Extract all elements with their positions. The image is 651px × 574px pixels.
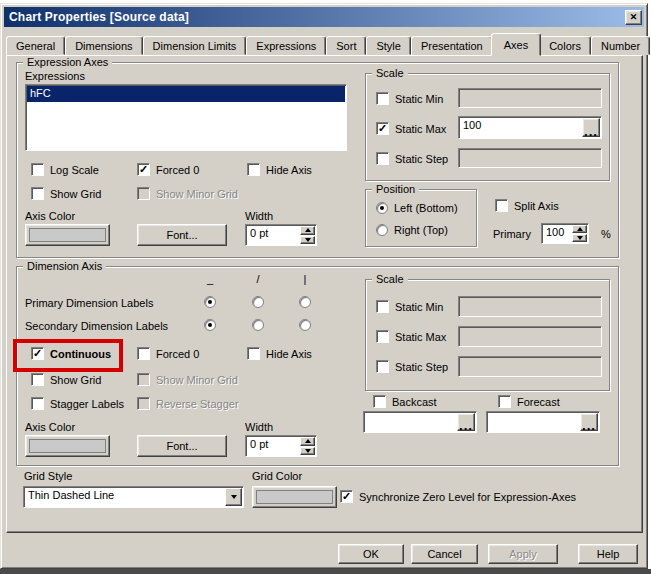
tab-sort[interactable]: Sort [326, 36, 366, 55]
continuous-label: Continuous [50, 348, 111, 360]
expression-hide-axis-checkbox[interactable]: Hide Axis [247, 163, 312, 176]
expression-static-max-input[interactable]: 100 ... [458, 116, 602, 139]
split-axis-label: Split Axis [514, 200, 559, 212]
dimension-font-button[interactable]: Font... [137, 435, 227, 457]
tab-number[interactable]: Number [591, 36, 650, 55]
spin-up-button[interactable] [300, 437, 315, 446]
tab-strip: General Dimensions Dimension Limits Expr… [6, 32, 643, 55]
expression-hide-axis-label: Hide Axis [266, 164, 312, 176]
dimension-static-max-checkbox[interactable]: Static Max [376, 330, 446, 343]
titlebar[interactable]: Chart Properties [Source data] ✕ [4, 7, 644, 27]
spin-down-button[interactable] [300, 447, 315, 456]
position-left-bottom-radio[interactable]: Left (Bottom) [376, 202, 458, 214]
radio-circle [299, 319, 311, 331]
tab-dimensions[interactable]: Dimensions [65, 36, 142, 55]
forecast-checkbox[interactable]: Forecast [498, 395, 560, 408]
tab-general[interactable]: General [6, 36, 65, 55]
secondary-dimension-labels-label: Secondary Dimension Labels [25, 320, 168, 332]
dimension-static-min-checkbox[interactable]: Static Min [376, 300, 443, 313]
dimension-width-spin-buttons [300, 437, 315, 455]
expression-forced-0-checkbox[interactable]: ✓ Forced 0 [137, 163, 199, 176]
expression-static-max-label: Static Max [395, 123, 446, 135]
backcast-checkbox-box [373, 395, 386, 408]
log-scale-checkbox[interactable]: Log Scale [31, 163, 99, 176]
grid-style-dropdown[interactable]: Thin Dashed Line [23, 486, 244, 508]
spin-down-icon [305, 449, 311, 453]
dimension-show-minor-grid-label: Show Minor Grid [156, 374, 238, 386]
expression-static-step-label: Static Step [395, 153, 448, 165]
expression-axis-color-button[interactable] [25, 224, 110, 246]
expression-static-step-input [458, 148, 602, 168]
dimension-show-grid-checkbox[interactable]: Show Grid [31, 373, 101, 386]
dimension-axis-group: Dimension Axis _ / | Primary Dimension L… [16, 266, 619, 466]
secondary-labels-vertical-radio[interactable] [299, 319, 311, 331]
spin-up-button[interactable] [300, 226, 315, 235]
backcast-input[interactable]: ... [363, 411, 477, 433]
grid-color-button[interactable] [252, 486, 337, 508]
expression-static-max-checkbox[interactable]: ✓ Static Max [376, 122, 446, 135]
orientation-header-vertical: | [292, 273, 318, 285]
primary-labels-horizontal-radio[interactable] [204, 296, 216, 308]
dimension-axis-color-button[interactable] [25, 435, 110, 457]
cancel-button[interactable]: Cancel [411, 544, 478, 564]
expression-forced-0-checkbox-box: ✓ [137, 163, 150, 176]
expression-scale-group: Scale Static Min ✓ Static Max 100 ... [365, 73, 610, 181]
expression-width-label: Width [245, 210, 273, 222]
secondary-labels-horizontal-radio[interactable] [204, 319, 216, 331]
synchronize-zero-level-checkbox[interactable]: ✓ Synchronize Zero Level for Expression-… [340, 490, 576, 503]
stagger-labels-checkbox[interactable]: Stagger Labels [31, 397, 124, 410]
backcast-checkbox[interactable]: Backcast [373, 395, 437, 408]
expression-show-grid-checkbox-box [31, 187, 44, 200]
expression-static-step-checkbox[interactable]: Static Step [376, 152, 448, 165]
dimension-axis-color-swatch [29, 439, 106, 453]
dimension-forced-0-checkbox-box [137, 347, 150, 360]
dimension-show-minor-grid-checkbox-box [137, 373, 150, 386]
dimension-static-step-checkbox[interactable]: Static Step [376, 360, 448, 373]
close-button[interactable]: ✕ [625, 10, 642, 25]
spin-up-button[interactable] [572, 225, 587, 233]
expression-static-max-ellipsis-button[interactable]: ... [582, 118, 600, 137]
backcast-ellipsis-button[interactable]: ... [457, 413, 475, 431]
grid-style-dropdown-button[interactable] [225, 488, 242, 506]
tab-dimension-limits[interactable]: Dimension Limits [143, 36, 247, 55]
secondary-labels-slanted-radio[interactable] [252, 319, 264, 331]
continuous-checkbox[interactable]: ✓ Continuous [31, 347, 111, 360]
tab-colors[interactable]: Colors [539, 36, 591, 55]
expression-width-spinner[interactable]: 0 pt [245, 224, 317, 246]
expression-font-button[interactable]: Font... [137, 224, 227, 246]
dimension-hide-axis-checkbox[interactable]: Hide Axis [247, 347, 312, 360]
tab-presentation[interactable]: Presentation [411, 36, 493, 55]
expression-static-min-checkbox[interactable]: Static Min [376, 92, 443, 105]
dimension-width-spinner[interactable]: 0 pt [245, 435, 317, 457]
split-axis-checkbox[interactable]: Split Axis [495, 199, 559, 212]
radio-circle [252, 296, 264, 308]
tab-expressions[interactable]: Expressions [246, 36, 326, 55]
continuous-checkbox-box: ✓ [31, 347, 44, 360]
dimension-show-grid-label: Show Grid [50, 374, 101, 386]
grid-color-label: Grid Color [252, 470, 302, 482]
primary-spinner[interactable]: 100 [541, 223, 589, 244]
primary-labels-slanted-radio[interactable] [252, 296, 264, 308]
spin-up-icon [577, 227, 583, 231]
ok-button[interactable]: OK [338, 544, 404, 564]
expression-width-spin-buttons [300, 226, 315, 244]
check-icon: ✓ [342, 491, 351, 502]
position-right-top-radio[interactable]: Right (Top) [376, 224, 448, 236]
expression-list-item[interactable]: hFC [27, 86, 345, 102]
dimension-forced-0-checkbox[interactable]: Forced 0 [137, 347, 199, 360]
expression-scale-group-title: Scale [372, 67, 408, 80]
log-scale-checkbox-box [31, 163, 44, 176]
spin-down-button[interactable] [572, 234, 587, 242]
spin-down-button[interactable] [300, 236, 315, 245]
forecast-ellipsis-button[interactable]: ... [580, 413, 598, 431]
expression-static-max-value: 100 [463, 119, 481, 131]
primary-labels-vertical-radio[interactable] [299, 296, 311, 308]
help-button[interactable]: Help [578, 544, 638, 564]
check-icon: ✓ [33, 348, 42, 359]
tab-axes[interactable]: Axes [491, 33, 541, 56]
expressions-listbox[interactable]: hFC [25, 84, 347, 151]
expression-show-grid-checkbox[interactable]: Show Grid [31, 187, 101, 200]
expression-axes-group-title: Expression Axes [23, 56, 112, 69]
forecast-input[interactable]: ... [486, 411, 600, 433]
tab-style[interactable]: Style [366, 36, 410, 55]
